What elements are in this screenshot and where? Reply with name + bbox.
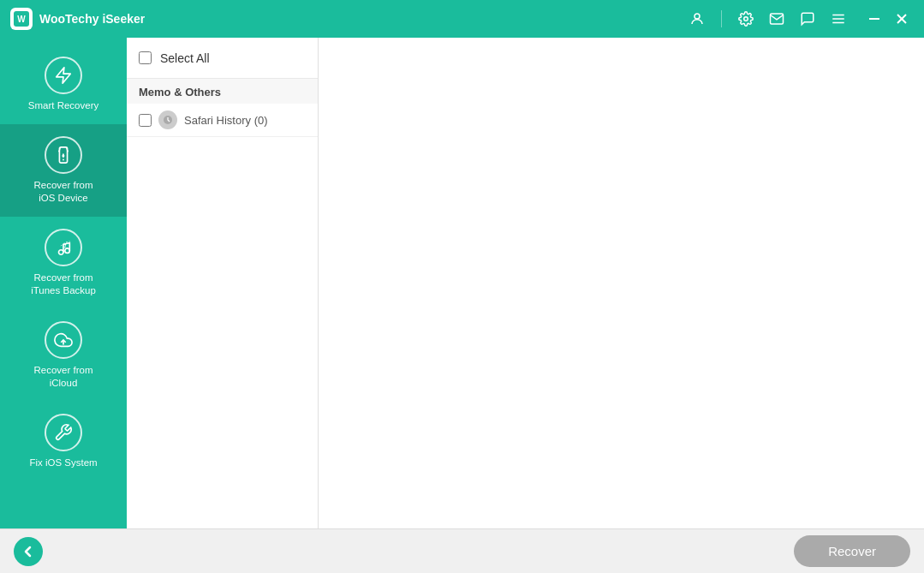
svg-text:↓: ↓ [63, 153, 64, 158]
content-panel: Select All Memo & Others Safari History … [127, 38, 924, 528]
cloud-icon [45, 321, 82, 359]
sidebar-item-fix-ios[interactable]: Fix iOS System [0, 402, 127, 481]
chat-icon[interactable] [794, 5, 821, 33]
select-all-checkbox[interactable] [139, 51, 152, 64]
music-icon [45, 229, 82, 266]
wrench-icon [45, 414, 82, 451]
lightning-icon [45, 57, 82, 94]
list-item-safari-history[interactable]: Safari History (0) [127, 104, 318, 137]
sidebar-item-recover-icloud[interactable]: Recover fromiCloud [0, 309, 127, 402]
sidebar-label-smart-recovery: Smart Recovery [28, 99, 98, 112]
list-panel: Select All Memo & Others Safari History … [127, 38, 319, 528]
select-all-row: Select All [127, 38, 318, 79]
app-title: WooTechy iSeeker [39, 12, 683, 26]
category-memo-others: Memo & Others [127, 79, 318, 104]
svg-point-2 [694, 14, 700, 19]
menu-icon[interactable] [825, 5, 852, 33]
phone-icon: ↓ [45, 136, 82, 174]
main-layout: Smart Recovery ↓ Recover fromiOS Device … [0, 38, 924, 528]
sidebar-label-recover-ios: Recover fromiOS Device [33, 179, 92, 205]
close-button[interactable] [890, 7, 914, 31]
sidebar-label-recover-icloud: Recover fromiCloud [33, 364, 92, 390]
minimize-button[interactable] [862, 7, 886, 31]
svg-point-3 [744, 17, 748, 21]
recover-button[interactable]: Recover [794, 535, 910, 567]
sidebar-item-recover-itunes[interactable]: Recover fromiTunes Backup [0, 217, 127, 309]
sidebar-label-recover-itunes: Recover fromiTunes Backup [31, 272, 96, 297]
safari-history-icon [158, 110, 177, 129]
back-button[interactable] [14, 537, 43, 566]
svg-text:W: W [17, 15, 26, 24]
svg-rect-7 [869, 18, 879, 20]
app-logo: W [10, 8, 33, 30]
profile-icon[interactable] [683, 5, 711, 33]
title-bar: W WooTechy iSeeker [0, 0, 924, 38]
bottom-bar: Recover [0, 528, 924, 573]
sidebar-item-smart-recovery[interactable]: Smart Recovery [0, 45, 127, 124]
divider [721, 10, 722, 27]
settings-icon[interactable] [732, 5, 760, 33]
safari-history-label: Safari History (0) [184, 114, 268, 127]
select-all-label: Select All [160, 51, 210, 65]
safari-history-checkbox[interactable] [139, 114, 152, 127]
sidebar-label-fix-ios: Fix iOS System [29, 457, 97, 469]
sidebar-item-recover-ios[interactable]: ↓ Recover fromiOS Device [0, 124, 127, 217]
main-content-area [319, 38, 924, 528]
sidebar: Smart Recovery ↓ Recover fromiOS Device … [0, 38, 127, 528]
mail-icon[interactable] [763, 5, 790, 33]
title-bar-actions [683, 5, 914, 33]
